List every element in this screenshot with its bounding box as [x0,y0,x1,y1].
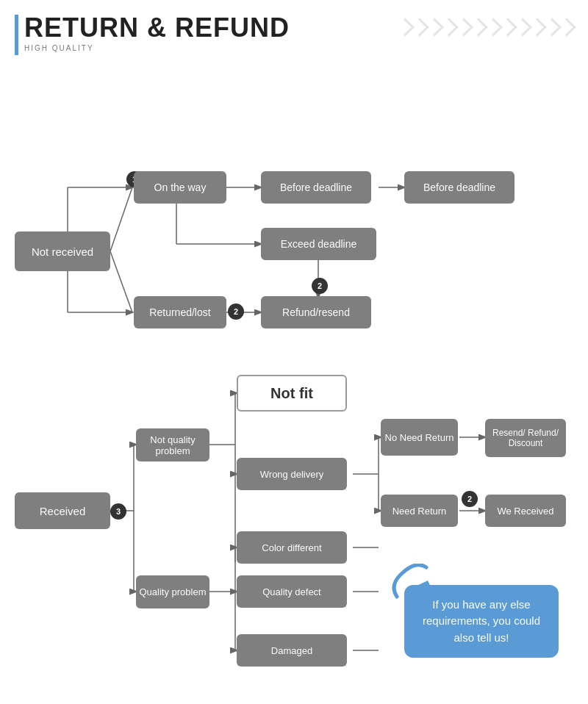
chevron-pattern [398,21,573,34]
speech-bubble: If you have any else requirements, you c… [404,585,559,658]
resend-refund-box: Resend/ Refund/ Discount [485,419,566,457]
before-deadline-box: Before deadline [261,171,371,204]
footer-notes: 1 please check the shipping information … [0,694,588,704]
header: RETURN & REFUND HIGH QUALITY [0,0,588,62]
bottom-flow-section: 3 Received Not quality problem Quality p… [15,349,573,672]
returned-lost-box: Returned/lost [134,296,226,328]
top-flow-section: Not received 1 On the way Before deadlin… [15,70,573,356]
exceed-deadline-box: Exceed deadline [261,228,376,260]
need-return-box: Need Return [381,495,458,527]
before-deadline-result-box: Before deadline [404,171,514,204]
on-the-way-box: On the way [134,171,226,204]
header-accent-bar [15,15,18,55]
not-received-box: Not received [15,231,110,271]
no-need-return-box: No Need Return [381,419,458,456]
header-left: RETURN & REFUND HIGH QUALITY [15,13,290,55]
not-fit-box: Not fit [237,375,347,412]
badge-2-bottom: 2 [228,303,244,320]
wrong-delivery-box: Wrong delivery [237,458,347,490]
we-received-box: We Received [485,495,566,527]
refund-resend-box: Refund/resend [261,296,371,328]
header-title-group: RETURN & REFUND HIGH QUALITY [24,13,290,52]
quality-defect-box: Quality defect [237,575,347,608]
page-subtitle: HIGH QUALITY [24,44,290,52]
not-quality-problem-box: Not quality problem [136,428,209,461]
chevron-icon [557,18,576,36]
badge-2-top: 2 [312,278,328,294]
damaged-box: Damaged [237,634,347,667]
quality-problem-box: Quality problem [136,575,209,608]
svg-line-0 [110,187,132,251]
diagram-section: Not received 1 On the way Before deadlin… [0,62,588,694]
page-title: RETURN & REFUND [24,13,290,43]
decorative-pattern [398,13,573,34]
color-different-box: Color different [237,531,347,564]
svg-line-1 [110,251,132,312]
badge-3: 3 [110,503,126,520]
badge-2-received: 2 [462,491,478,507]
received-box: Received [15,492,110,529]
